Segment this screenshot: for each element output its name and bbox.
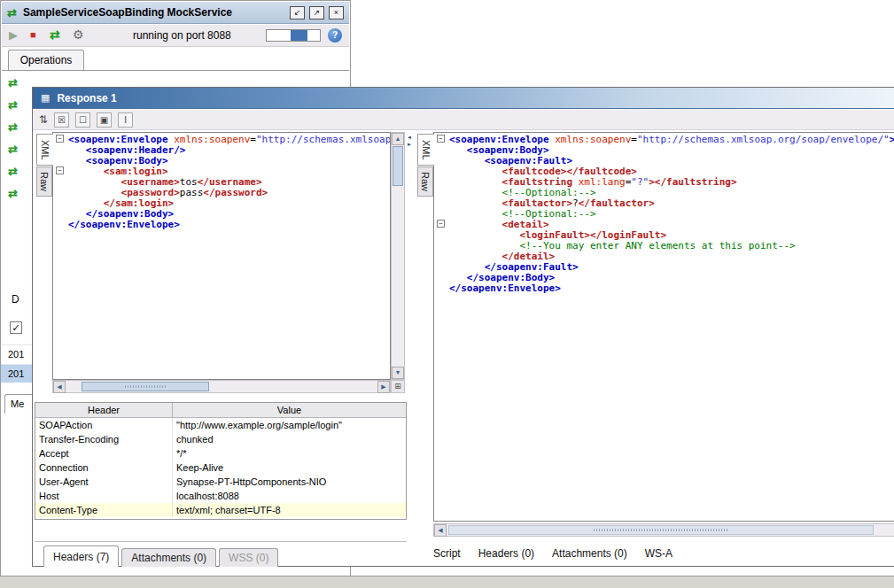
fold-toggle-icon[interactable]: − <box>56 135 64 143</box>
header-name-cell: Content-Type <box>35 503 173 517</box>
mock-operation-icon[interactable]: ⇄ <box>8 143 29 155</box>
mock-operation-icon[interactable]: ⇄ <box>8 166 29 177</box>
scroll-thumb[interactable] <box>393 146 403 186</box>
scroll-down-icon[interactable]: ▼ <box>392 367 404 379</box>
request-xml-editor[interactable]: −− <soapenv:Envelope xmlns:soapenv="http… <box>52 132 391 380</box>
close-button[interactable]: × <box>329 6 344 19</box>
outline-view-icon[interactable]: ▣ <box>97 112 112 128</box>
fold-gutter: −− <box>53 133 67 379</box>
inspector-tab[interactable]: Attachments (0) <box>552 547 627 560</box>
tab-xml-response[interactable]: XML <box>417 134 434 166</box>
thumb-grip <box>594 529 729 531</box>
tab-operations[interactable]: Operations <box>8 50 84 70</box>
vertical-scrollbar[interactable]: ▲ ▼ <box>391 132 405 380</box>
tab-raw-response[interactable]: Raw <box>417 166 433 197</box>
request-xml-code[interactable]: <soapenv:Envelope xmlns:soapenv="http://… <box>68 135 390 379</box>
navigator-icon-strip: ⇄⇄⇄⇄⇄⇄ <box>8 77 29 199</box>
table-row[interactable]: Transfer-Encodingchunked <box>35 432 406 446</box>
clear-content-icon[interactable]: ☐ <box>75 112 90 128</box>
response-titlebar[interactable]: ▦ Response 1 <box>33 88 894 109</box>
scroll-thumb[interactable] <box>448 525 874 535</box>
table-row[interactable]: User-AgentSynapse-PT-HttpComponents-NIO <box>35 475 406 489</box>
help-button[interactable]: ? <box>328 28 342 43</box>
header-value-cell: Keep-Alive <box>173 462 406 473</box>
code-line: </soapenv:Envelope> <box>68 220 390 230</box>
fold-toggle-icon[interactable]: − <box>56 166 64 174</box>
inspector-tab[interactable]: Attachments (0) <box>121 548 216 567</box>
inspector-tab[interactable]: WS-A <box>645 547 672 560</box>
table-row[interactable]: Content-Typetext/xml; charset=UTF-8 <box>35 503 406 517</box>
table-row[interactable]: Hostlocalhost:8088 <box>35 489 406 503</box>
table-column-header[interactable]: Value <box>173 403 406 417</box>
mockservice-titlebar[interactable]: ⇄ SampleServiceSoapBinding MockService ↙… <box>2 2 349 24</box>
mock-operation-icon[interactable]: ⇄ <box>8 121 29 133</box>
mock-operation-icon[interactable]: ⇄ <box>8 188 29 199</box>
fold-toggle-icon[interactable]: − <box>437 220 445 228</box>
inspector-tab[interactable]: WSS (0) <box>219 548 278 567</box>
scroll-up-icon[interactable]: ▲ <box>392 133 404 145</box>
log-row[interactable]: 201 <box>1 344 33 363</box>
header-value-cell: text/xml; charset=UTF-8 <box>173 505 406 515</box>
mock-operation-icon[interactable]: ⇄ <box>8 77 29 89</box>
header-value-cell: */* <box>173 448 406 459</box>
maximize-button[interactable]: ↗ <box>309 6 324 19</box>
settings-gear-icon[interactable]: ⚙ <box>73 27 84 42</box>
response-window: ▦ Response 1 ⇅☒☐▣I XML Raw −− <soapenv:E… <box>32 87 894 567</box>
tab-xml-request[interactable]: XML <box>36 134 53 166</box>
header-value-cell: chunked <box>173 434 406 445</box>
inspector-tab[interactable]: Headers (0) <box>478 547 534 560</box>
xml-declaration-icon[interactable]: ☒ <box>54 112 69 128</box>
table-column-header[interactable]: Header <box>35 403 173 417</box>
inspector-tab[interactable]: Headers (7) <box>43 545 119 567</box>
run-button[interactable]: ▶ <box>9 28 18 42</box>
mockservice-toolbar: ▶ ■ ⇄ ⚙ running on port 8088 ? <box>2 25 349 47</box>
table-row[interactable]: Accept*/* <box>35 446 406 460</box>
response-toolbar: ⇅☒☐▣I <box>33 110 894 130</box>
tab-raw-request[interactable]: Raw <box>36 166 52 197</box>
table-header-row: HeaderValue <box>35 403 406 418</box>
table-body: SOAPAction"http://www.example.org/sample… <box>35 418 406 517</box>
log-enable-checkbox[interactable]: ✓ <box>10 321 22 334</box>
inspector-icon[interactable]: I <box>118 112 133 128</box>
code-line: </soapenv:Envelope> <box>449 283 894 294</box>
window-bottom-strip <box>0 576 894 588</box>
port-status-text: running on port 8088 <box>133 29 231 42</box>
collapse-right-icon[interactable]: ► <box>407 142 412 147</box>
stop-button[interactable]: ■ <box>30 29 36 40</box>
scroll-left-icon[interactable]: ◀ <box>434 524 447 537</box>
response-window-icon: ▦ <box>41 92 50 104</box>
mockservice-icon: ⇄ <box>7 6 17 19</box>
header-value-cell: Synapse-PT-HttpComponents-NIO <box>173 476 406 487</box>
header-name-cell: User-Agent <box>35 475 173 489</box>
progress-chunk <box>291 30 307 41</box>
response-xml-editor[interactable]: −− <soapenv:Envelope xmlns:soapenv="http… <box>433 132 894 522</box>
sort-lines-icon[interactable]: ⇅ <box>39 113 48 126</box>
scroll-right-icon[interactable]: ▶ <box>377 381 390 393</box>
log-row-selected[interactable]: 201 <box>1 364 33 383</box>
inspector-divider <box>35 541 407 542</box>
response-title: Response 1 <box>57 92 116 104</box>
mockservice-title: SampleServiceSoapBinding MockService <box>23 6 232 19</box>
horizontal-scrollbar[interactable]: ◀ <box>433 523 894 537</box>
partial-description-label: D <box>12 293 19 306</box>
scroll-left-icon[interactable]: ◀ <box>53 381 66 393</box>
splitter-collapse[interactable]: ◄ ► <box>407 135 412 147</box>
screen: ⇄ SampleServiceSoapBinding MockService ↙… <box>0 0 894 588</box>
response-xml-code[interactable]: <soapenv:Envelope xmlns:soapenv="http://… <box>449 135 894 521</box>
scroll-thumb[interactable] <box>82 382 209 391</box>
header-name-cell: Accept <box>35 446 173 460</box>
resize-grid-icon[interactable]: ⊞ <box>391 380 405 393</box>
mock-operation-icon[interactable]: ⇄ <box>8 99 29 111</box>
collapse-left-icon[interactable]: ◄ <box>407 135 412 140</box>
message-log-tab[interactable]: Me <box>4 394 32 414</box>
table-row[interactable]: ConnectionKeep-Alive <box>35 460 406 475</box>
restart-button[interactable]: ⇄ <box>50 27 60 42</box>
horizontal-scrollbar[interactable]: ◀ ▶ <box>52 380 391 393</box>
table-row[interactable]: SOAPAction"http://www.example.org/sample… <box>35 418 406 432</box>
header-name-cell: Connection <box>35 460 173 475</box>
inspector-tab[interactable]: Script <box>433 547 461 560</box>
progress-bar <box>266 29 321 42</box>
header-value-cell: localhost:8088 <box>173 491 406 501</box>
undock-button[interactable]: ↙ <box>290 6 305 19</box>
fold-toggle-icon[interactable]: − <box>437 135 445 143</box>
